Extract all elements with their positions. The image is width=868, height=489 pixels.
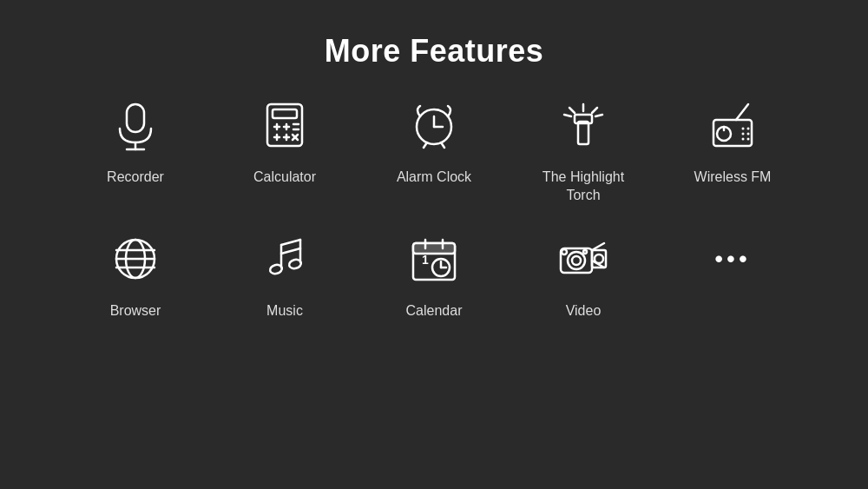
recorder-label: Recorder bbox=[107, 169, 164, 187]
svg-point-34 bbox=[747, 133, 750, 135]
svg-rect-51 bbox=[413, 243, 455, 254]
svg-point-61 bbox=[562, 249, 567, 254]
svg-rect-0 bbox=[127, 104, 144, 132]
more-icon: ••• bbox=[701, 228, 764, 290]
svg-point-47 bbox=[269, 263, 283, 274]
feature-item-music[interactable]: Music bbox=[210, 221, 359, 327]
feature-item-browser[interactable]: Browser bbox=[61, 221, 210, 327]
calculator-icon bbox=[253, 94, 316, 156]
svg-line-30 bbox=[736, 104, 748, 120]
svg-text:1: 1 bbox=[422, 253, 429, 267]
torch-icon bbox=[552, 94, 615, 156]
page-title: More Features bbox=[325, 33, 544, 69]
feature-item-calculator[interactable]: Calculator bbox=[210, 87, 359, 212]
svg-point-62 bbox=[583, 250, 587, 254]
features-row-2: Browser Music bbox=[35, 221, 833, 327]
svg-line-44 bbox=[281, 240, 300, 245]
wireless-fm-label: Wireless FM bbox=[694, 169, 772, 187]
feature-item-alarm-clock[interactable]: Alarm Clock bbox=[359, 87, 509, 212]
alarm-clock-icon bbox=[403, 94, 465, 156]
feature-item-video[interactable]: Video bbox=[509, 221, 658, 327]
svg-point-59 bbox=[568, 252, 585, 269]
calculator-label: Calculator bbox=[253, 169, 316, 187]
features-row-1: Recorder bbox=[35, 87, 833, 212]
video-label: Video bbox=[566, 302, 602, 320]
svg-rect-29 bbox=[713, 120, 752, 146]
svg-line-25 bbox=[569, 108, 575, 113]
torch-label: The Highlight Torch bbox=[542, 169, 624, 205]
svg-point-35 bbox=[742, 138, 745, 141]
svg-line-28 bbox=[595, 115, 602, 116]
svg-point-33 bbox=[742, 133, 745, 135]
features-grid: Recorder bbox=[0, 87, 868, 327]
svg-line-27 bbox=[564, 115, 571, 116]
svg-point-66 bbox=[595, 254, 603, 263]
feature-item-calendar[interactable]: 1 Calendar bbox=[359, 221, 509, 327]
svg-rect-4 bbox=[273, 109, 297, 118]
svg-line-49 bbox=[281, 248, 300, 254]
microphone-icon bbox=[104, 94, 167, 156]
browser-label: Browser bbox=[110, 302, 161, 320]
svg-point-32 bbox=[747, 128, 750, 130]
feature-item-recorder[interactable]: Recorder bbox=[61, 87, 210, 212]
calendar-icon: 1 bbox=[403, 228, 465, 290]
globe-icon bbox=[104, 228, 167, 290]
svg-rect-22 bbox=[578, 122, 589, 144]
svg-point-36 bbox=[747, 138, 750, 141]
radio-icon bbox=[701, 94, 764, 156]
feature-item-wireless-fm[interactable]: Wireless FM bbox=[658, 87, 807, 212]
svg-line-26 bbox=[592, 108, 597, 113]
svg-line-20 bbox=[424, 142, 427, 148]
alarm-clock-label: Alarm Clock bbox=[397, 169, 471, 187]
svg-point-31 bbox=[742, 128, 745, 130]
music-label: Music bbox=[266, 302, 303, 320]
svg-point-60 bbox=[572, 256, 581, 265]
music-icon bbox=[253, 228, 316, 290]
svg-point-48 bbox=[288, 258, 302, 269]
video-icon bbox=[552, 228, 615, 290]
feature-item-more[interactable]: ••• bbox=[658, 221, 807, 327]
calendar-label: Calendar bbox=[406, 302, 463, 320]
svg-line-21 bbox=[441, 142, 444, 148]
feature-item-torch[interactable]: The Highlight Torch bbox=[509, 87, 658, 212]
